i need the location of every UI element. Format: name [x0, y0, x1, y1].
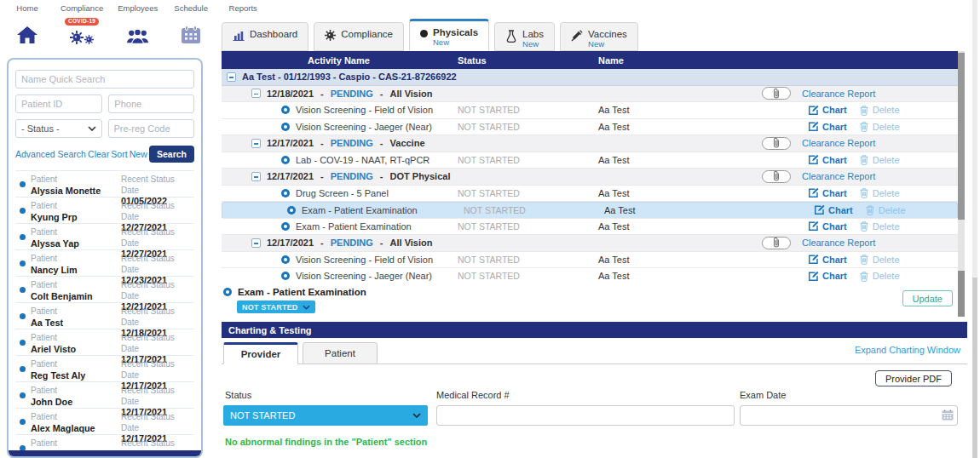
- list-item[interactable]: Patient Nancy Lim Recent Status Date 12/…: [15, 249, 194, 276]
- bar-chart-icon: [233, 30, 245, 41]
- calendar-icon[interactable]: [942, 409, 954, 421]
- patient-name: Nancy Lim: [31, 265, 121, 276]
- activity-status: NOT STARTED: [462, 205, 602, 215]
- clearance-report-link[interactable]: Clearance Report: [802, 171, 875, 181]
- exam-date-field-label: Exam Date: [740, 390, 786, 400]
- attachment-button[interactable]: [762, 137, 791, 150]
- flask-icon: [505, 30, 517, 43]
- clearance-report-link[interactable]: Clearance Report: [802, 89, 875, 99]
- expand-charting-link[interactable]: Expand Charting Window: [855, 345, 960, 355]
- list-item[interactable]: Patient Colt Benjamin Recent Status Date…: [15, 276, 194, 302]
- table-row-selected[interactable]: Exam - Patient Examination NOT STARTED A…: [222, 202, 958, 219]
- delete-link[interactable]: Delete: [865, 204, 906, 215]
- tab-dashboard[interactable]: Dashboard: [222, 22, 308, 51]
- collapse-icon[interactable]: [251, 172, 261, 181]
- nav-employees[interactable]: Employees: [118, 3, 158, 44]
- activity-target-icon: [281, 222, 290, 231]
- list-item[interactable]: Patient Aa Test Recent Status Date 12/18…: [15, 302, 194, 329]
- chart-link[interactable]: Chart: [808, 154, 847, 165]
- list-item[interactable]: Patient Alyssia Monette Recent Status Da…: [15, 170, 194, 197]
- delete-link[interactable]: Delete: [859, 121, 900, 132]
- status-select[interactable]: - Status -: [15, 119, 102, 138]
- delete-link[interactable]: Delete: [859, 220, 900, 232]
- delete-link[interactable]: Delete: [859, 254, 900, 265]
- delete-link[interactable]: Delete: [859, 187, 900, 198]
- tab-labs[interactable]: Labs New: [494, 22, 555, 51]
- status-dot-icon: [20, 234, 26, 240]
- exam-status-dropdown[interactable]: NOT STARTED: [237, 301, 315, 313]
- table-row[interactable]: Vision Screening - Field of Vision NOT S…: [222, 252, 958, 269]
- collapse-icon[interactable]: [251, 139, 261, 148]
- attachment-button[interactable]: [762, 170, 791, 183]
- table-row[interactable]: Vision Screening - Jaeger (Near) NOT STA…: [222, 268, 958, 282]
- prereg-code-input[interactable]: [108, 119, 195, 138]
- delete-link[interactable]: Delete: [859, 154, 900, 165]
- list-item[interactable]: Patient Ariel Visto Recent Status Date 1…: [15, 329, 194, 355]
- delete-link[interactable]: Delete: [859, 271, 900, 282]
- activity-name: Vision Screening - Field of Vision: [296, 255, 433, 265]
- page-scrollbar-thumb[interactable]: [972, 278, 977, 458]
- group-title: All Vision: [390, 89, 433, 99]
- panel-scrollbar-thumb[interactable]: [958, 271, 965, 317]
- activity-target-icon: [281, 255, 290, 264]
- exam-date-input[interactable]: [740, 405, 958, 426]
- tab-label: Dashboard: [250, 29, 297, 40]
- chart-link[interactable]: Chart: [808, 121, 847, 132]
- list-item[interactable]: Patient Alex Maglaque Recent Status Date…: [15, 408, 194, 434]
- chart-link[interactable]: Chart: [808, 220, 847, 232]
- delete-link[interactable]: Delete: [859, 105, 900, 116]
- table-scrollbar-thumb[interactable]: [958, 53, 965, 220]
- activity-patient: Aa Test: [597, 155, 758, 165]
- charting-status-dropdown[interactable]: NOT STARTED: [223, 405, 428, 426]
- chart-link[interactable]: Chart: [814, 204, 853, 215]
- list-item[interactable]: Patient Alyssa Yap Recent Status Date 12…: [15, 223, 194, 249]
- activity-status: NOT STARTED: [456, 155, 597, 165]
- phone-input[interactable]: [108, 94, 194, 113]
- table-row[interactable]: Exam - Patient Examination NOT STARTED A…: [222, 219, 958, 236]
- order-group-row: 12/17/2021-PENDING-All Vision Clearance …: [222, 235, 958, 252]
- table-row[interactable]: Vision Screening - Jaeger (Near) NOT STA…: [222, 119, 958, 136]
- table-row[interactable]: Lab - COV-19 - NAAT, RT-qPCR NOT STARTED…: [222, 152, 958, 169]
- clearance-report-link[interactable]: Clearance Report: [802, 238, 875, 248]
- attachment-button[interactable]: [762, 237, 791, 249]
- list-item[interactable]: Patient Kyung Prp Recent Status Date 12/…: [15, 197, 194, 223]
- collapse-icon[interactable]: [251, 238, 261, 248]
- tab-patient[interactable]: Patient: [303, 342, 378, 364]
- collapse-icon[interactable]: [227, 72, 236, 82]
- search-button[interactable]: Search: [149, 146, 194, 163]
- attachment-button[interactable]: [762, 87, 791, 100]
- tab-vaccines[interactable]: Vaccines New: [560, 22, 638, 51]
- nav-compliance[interactable]: Compliance COVID-19: [61, 3, 103, 44]
- chart-link[interactable]: Chart: [808, 271, 847, 282]
- patient-name: Alex Maglaque: [31, 423, 121, 434]
- tab-provider[interactable]: Provider: [223, 342, 298, 364]
- advanced-search-link[interactable]: Advanced Search: [15, 149, 86, 159]
- new-link[interactable]: New: [130, 149, 147, 159]
- patient-id-input[interactable]: [15, 94, 102, 113]
- activity-target-icon: [281, 156, 290, 164]
- tab-compliance[interactable]: Compliance: [314, 22, 404, 51]
- chart-link[interactable]: Chart: [808, 187, 847, 198]
- medical-record-input[interactable]: [436, 405, 735, 426]
- provider-pdf-button[interactable]: Provider PDF: [875, 370, 952, 386]
- collapse-icon[interactable]: [251, 89, 261, 98]
- group-title: Vaccine: [390, 138, 425, 148]
- list-item[interactable]: Patient John Doe Recent Status Date 12/1…: [15, 381, 194, 408]
- chart-link[interactable]: Chart: [808, 105, 847, 116]
- tab-physicals[interactable]: Physicals New: [409, 19, 489, 51]
- clearance-report-link[interactable]: Clearance Report: [802, 138, 875, 148]
- exam-status-value: NOT STARTED: [242, 303, 298, 312]
- nav-home[interactable]: Home: [9, 3, 46, 44]
- nav-home-label: Home: [16, 3, 37, 13]
- sort-link[interactable]: Sort: [111, 149, 127, 159]
- table-row[interactable]: Vision Screening - Field of Vision NOT S…: [222, 102, 958, 119]
- chart-link[interactable]: Chart: [808, 254, 847, 265]
- table-row[interactable]: Drug Screen - 5 Panel NOT STARTED Aa Tes…: [222, 186, 958, 203]
- date-label: Recent Status Date: [121, 333, 194, 354]
- clear-link[interactable]: Clear: [88, 149, 109, 159]
- nav-schedule[interactable]: Schedule: [172, 3, 210, 44]
- update-button[interactable]: Update: [902, 290, 953, 306]
- quick-search-input[interactable]: [15, 70, 194, 89]
- list-item[interactable]: Patient Reg Test Aly Recent Status Date …: [15, 355, 194, 381]
- patient-label: Patient: [31, 175, 121, 186]
